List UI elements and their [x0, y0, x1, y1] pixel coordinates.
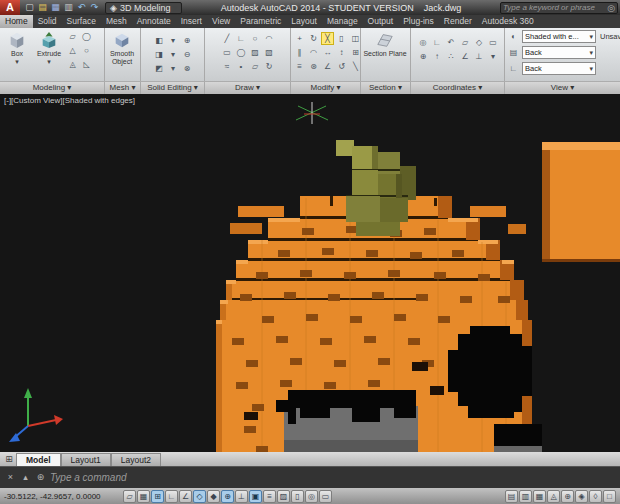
annotation-monitor-toggle[interactable]: ▭ — [319, 490, 332, 503]
ucs-previous-icon[interactable]: ↶ — [445, 36, 458, 49]
solid-editing-panel-label[interactable]: Solid Editing ▾ — [141, 82, 205, 94]
section-panel-label[interactable]: Section ▾ — [361, 82, 411, 94]
rectangle-icon[interactable]: ▭ — [221, 46, 234, 59]
pyramid-icon[interactable]: ◬ — [66, 58, 79, 71]
plot-icon[interactable]: ▥ — [62, 1, 75, 14]
viewport-controls-label[interactable]: [-][Custom View][Shaded with edges] — [4, 96, 135, 105]
app-menu-button[interactable]: A — [0, 0, 20, 15]
ucs-y-icon[interactable]: ⊥ — [473, 50, 486, 63]
intersect-icon[interactable]: ⊗ — [181, 62, 194, 75]
tab-autodesk360[interactable]: Autodesk 360 — [477, 15, 539, 28]
tab-plugins[interactable]: Plug-ins — [398, 15, 439, 28]
redo-icon[interactable]: ↷ — [88, 1, 101, 14]
stretch-icon[interactable]: ↔ — [321, 46, 334, 59]
ucs-view-icon[interactable]: ▭ — [487, 36, 500, 49]
align-3d-icon[interactable]: ∠ — [321, 60, 334, 73]
wedge-icon[interactable]: ◺ — [80, 58, 93, 71]
layout-nav-icon[interactable]: ⊞ — [2, 452, 16, 466]
ortho-toggle[interactable]: ∟ — [165, 490, 178, 503]
mirror-icon[interactable]: ∥ — [293, 46, 306, 59]
quick-view-drawings-button[interactable]: ▦ — [533, 490, 546, 503]
tab-annotate[interactable]: Annotate — [132, 15, 176, 28]
sphere-icon[interactable]: ○ — [80, 44, 93, 57]
quick-properties-toggle[interactable]: ▯ — [291, 490, 304, 503]
infer-constraints-toggle[interactable]: ▱ — [123, 490, 136, 503]
extrude-button[interactable]: Extrude ▾ — [34, 30, 64, 65]
save-icon[interactable]: ▦ — [49, 1, 62, 14]
tab-mesh[interactable]: Mesh — [101, 15, 132, 28]
offset-icon[interactable]: ≡ — [293, 60, 306, 73]
recent-commands-icon[interactable]: ▴ — [19, 471, 32, 484]
modeling-panel-label[interactable]: Modeling ▾ — [0, 82, 105, 94]
chevron-down-icon[interactable]: ▾ — [167, 48, 180, 61]
selection-cycling-toggle[interactable]: ◎ — [305, 490, 318, 503]
polar-toggle[interactable]: ∠ — [179, 490, 192, 503]
osnap-3d-toggle[interactable]: ◆ — [207, 490, 220, 503]
trim-icon[interactable]: ╳ — [321, 32, 334, 45]
union-icon[interactable]: ⊕ — [181, 34, 194, 47]
box-button[interactable]: Box ▾ — [2, 30, 32, 65]
ucs-named-icon[interactable]: ▾ — [487, 50, 500, 63]
rotate-icon[interactable]: ↻ — [307, 32, 320, 45]
ucs-object-icon[interactable]: ◇ — [473, 36, 486, 49]
chevron-down-icon[interactable]: ▾ — [167, 62, 180, 75]
workspace-selector[interactable]: ◈ 3D Modeling ▾ — [105, 2, 182, 14]
tab-layout1[interactable]: Layout1 — [61, 453, 111, 466]
chevron-down-icon[interactable]: ▾ — [167, 34, 180, 47]
section-plane-button[interactable]: Section Plane — [363, 30, 407, 58]
tab-surface[interactable]: Surface — [62, 15, 101, 28]
fillet-icon[interactable]: ◠ — [307, 46, 320, 59]
rotate-3d-icon[interactable]: ↺ — [335, 60, 348, 73]
tab-output[interactable]: Output — [363, 15, 399, 28]
arc-icon[interactable]: ◠ — [263, 32, 276, 45]
command-input[interactable] — [50, 472, 616, 483]
undo-icon[interactable]: ↶ — [75, 1, 88, 14]
line-icon[interactable]: ╱ — [221, 32, 234, 45]
search-input[interactable] — [503, 3, 607, 12]
modify-panel-label[interactable]: Modify ▾ — [291, 82, 361, 94]
ucs-icon[interactable] — [9, 388, 63, 442]
move-faces-icon[interactable]: ◨ — [153, 48, 166, 61]
polysolid-icon[interactable]: ▱ — [66, 30, 79, 43]
search-icon[interactable]: ◎ — [607, 3, 615, 13]
visual-style-dropdown[interactable]: Shaded with e... ▾ — [522, 30, 596, 43]
ucs-origin-icon[interactable]: ⊕ — [417, 50, 430, 63]
command-line[interactable]: ×▴⊛ — [0, 466, 620, 488]
grid-toggle[interactable]: ⊞ — [151, 490, 164, 503]
snap-toggle[interactable]: ▦ — [137, 490, 150, 503]
transparency-toggle[interactable]: ▨ — [277, 490, 290, 503]
osnap-toggle[interactable]: ◇ — [193, 490, 206, 503]
lwt-toggle[interactable]: ≡ — [263, 490, 276, 503]
explode-icon[interactable]: ⊛ — [307, 60, 320, 73]
ucs-world-icon[interactable]: ◎ — [417, 36, 430, 49]
tab-parametric[interactable]: Parametric — [235, 15, 286, 28]
view-panel-label[interactable]: View ▾ — [505, 82, 620, 94]
close-command-icon[interactable]: × — [4, 471, 17, 484]
new-file-icon[interactable]: ▢ — [23, 1, 36, 14]
point-icon[interactable]: • — [235, 60, 248, 73]
cylinder-icon[interactable]: ◯ — [80, 30, 93, 43]
customize-command-icon[interactable]: ⊛ — [34, 471, 47, 484]
helix-icon[interactable]: ↻ — [263, 60, 276, 73]
autoscale-button[interactable]: ⊕ — [561, 490, 574, 503]
ucs-face-icon[interactable]: ▱ — [459, 36, 472, 49]
ucs-zaxis-icon[interactable]: ↑ — [431, 50, 444, 63]
lock-ui-button[interactable]: ◊ — [589, 490, 602, 503]
ucs-icon[interactable]: ∟ — [431, 36, 444, 49]
model-space-button[interactable]: ▤ — [505, 490, 518, 503]
tab-home[interactable]: Home — [0, 15, 33, 28]
ucs-3point-icon[interactable]: ∴ — [445, 50, 458, 63]
tab-solid[interactable]: Solid — [33, 15, 62, 28]
polyline-icon[interactable]: ∟ — [235, 32, 248, 45]
circle-icon[interactable]: ○ — [249, 32, 262, 45]
draw-panel-label[interactable]: Draw ▾ — [205, 82, 291, 94]
ucs-dropdown[interactable]: Back ▾ — [522, 62, 596, 75]
ducs-toggle[interactable]: ⊥ — [235, 490, 248, 503]
mesh-panel-label[interactable]: Mesh ▾ — [105, 82, 141, 94]
hatch-icon[interactable]: ▨ — [249, 46, 262, 59]
tab-insert[interactable]: Insert — [176, 15, 207, 28]
move-icon[interactable]: + — [293, 32, 306, 45]
subtract-icon[interactable]: ⊖ — [181, 48, 194, 61]
offset-faces-icon[interactable]: ◩ — [153, 62, 166, 75]
scale-icon[interactable]: ↕ — [335, 46, 348, 59]
